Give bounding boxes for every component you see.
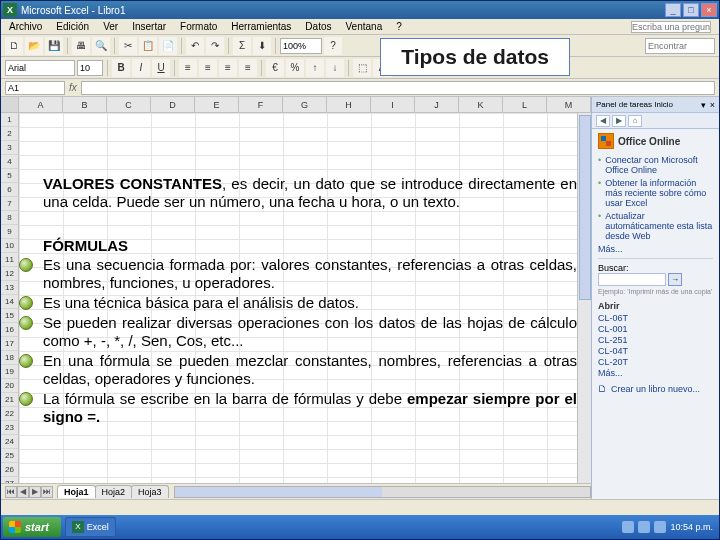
row-header[interactable]: 22	[1, 407, 18, 421]
cut-icon[interactable]: ✂	[119, 37, 137, 55]
sheet-tab-hoja1[interactable]: Hoja1	[57, 485, 96, 498]
row-header[interactable]: 2	[1, 127, 18, 141]
row-header[interactable]: 13	[1, 281, 18, 295]
currency-icon[interactable]: €	[266, 59, 284, 77]
cell-grid[interactable]: VALORES CONSTANTES, es decir, un dato qu…	[19, 113, 591, 483]
row-header[interactable]: 26	[1, 463, 18, 477]
menu-insertar[interactable]: Insertar	[128, 21, 170, 32]
task-pane-dropdown-icon[interactable]: ▾	[701, 100, 706, 110]
bold-button[interactable]: B	[112, 59, 130, 77]
vertical-scrollbar[interactable]	[577, 113, 591, 483]
align-right-icon[interactable]: ≡	[219, 59, 237, 77]
row-header[interactable]: 24	[1, 435, 18, 449]
row-header[interactable]: 20	[1, 379, 18, 393]
select-all-corner[interactable]	[1, 97, 19, 112]
row-header[interactable]: 23	[1, 421, 18, 435]
taskbar-item-excel[interactable]: X Excel	[65, 517, 116, 537]
menu-ver[interactable]: Ver	[99, 21, 122, 32]
align-center-icon[interactable]: ≡	[199, 59, 217, 77]
zoom-select[interactable]	[280, 38, 322, 54]
col-header[interactable]: E	[195, 97, 239, 112]
formula-input[interactable]	[81, 81, 715, 95]
row-header[interactable]: 19	[1, 365, 18, 379]
row-header[interactable]: 9	[1, 225, 18, 239]
recent-file[interactable]: CL-251	[598, 335, 713, 345]
col-header[interactable]: F	[239, 97, 283, 112]
row-header[interactable]: 7	[1, 197, 18, 211]
col-header[interactable]: H	[327, 97, 371, 112]
row-header[interactable]: 16	[1, 323, 18, 337]
col-header[interactable]: C	[107, 97, 151, 112]
row-header[interactable]: 17	[1, 337, 18, 351]
tp-link[interactable]: Más...	[598, 244, 713, 254]
sheet-tab-hoja3[interactable]: Hoja3	[131, 485, 169, 498]
col-header[interactable]: A	[19, 97, 63, 112]
find-input[interactable]	[645, 38, 715, 54]
tray-icon[interactable]	[654, 521, 666, 533]
decrease-decimal-icon[interactable]: ↓	[326, 59, 344, 77]
horizontal-scrollbar[interactable]	[174, 486, 591, 498]
tab-nav-first-icon[interactable]: ⏮	[5, 486, 17, 498]
col-header[interactable]: K	[459, 97, 503, 112]
row-header[interactable]: 4	[1, 155, 18, 169]
menu-help[interactable]: ?	[392, 21, 406, 32]
save-icon[interactable]: 💾	[45, 37, 63, 55]
increase-decimal-icon[interactable]: ↑	[306, 59, 324, 77]
italic-button[interactable]: I	[132, 59, 150, 77]
font-select[interactable]	[5, 60, 75, 76]
tab-nav-prev-icon[interactable]: ◀	[17, 486, 29, 498]
menu-formato[interactable]: Formato	[176, 21, 221, 32]
menu-edicion[interactable]: Edición	[52, 21, 93, 32]
col-header[interactable]: J	[415, 97, 459, 112]
row-header[interactable]: 18	[1, 351, 18, 365]
tp-link[interactable]: •Obtener la información más reciente sob…	[598, 178, 713, 208]
border-icon[interactable]: ⬚	[353, 59, 371, 77]
col-header[interactable]: D	[151, 97, 195, 112]
row-header[interactable]: 25	[1, 449, 18, 463]
task-pane-home-icon[interactable]: ⌂	[628, 115, 642, 127]
minimize-button[interactable]: _	[665, 3, 681, 17]
tp-link[interactable]: •Actualizar automáticamente esta lista d…	[598, 211, 713, 241]
row-header[interactable]: 3	[1, 141, 18, 155]
row-header[interactable]: 5	[1, 169, 18, 183]
sort-icon[interactable]: ⬇	[253, 37, 271, 55]
recent-file[interactable]: CL-20T	[598, 357, 713, 367]
row-header[interactable]: 21	[1, 393, 18, 407]
row-header[interactable]: 8	[1, 211, 18, 225]
task-pane-back-icon[interactable]: ◀	[596, 115, 610, 127]
merge-icon[interactable]: ≡	[239, 59, 257, 77]
row-header[interactable]: 12	[1, 267, 18, 281]
row-header[interactable]: 15	[1, 309, 18, 323]
sheet-tab-hoja2[interactable]: Hoja2	[95, 485, 133, 498]
new-icon[interactable]: 🗋	[5, 37, 23, 55]
col-header[interactable]: M	[547, 97, 591, 112]
task-pane-search-input[interactable]	[598, 273, 666, 286]
col-header[interactable]: B	[63, 97, 107, 112]
font-size-select[interactable]	[77, 60, 103, 76]
task-pane-forward-icon[interactable]: ▶	[612, 115, 626, 127]
autosum-icon[interactable]: Σ	[233, 37, 251, 55]
col-header[interactable]: G	[283, 97, 327, 112]
recent-file[interactable]: CL-001	[598, 324, 713, 334]
help-icon[interactable]: ?	[324, 37, 342, 55]
print-icon[interactable]: 🖶	[72, 37, 90, 55]
menu-herramientas[interactable]: Herramientas	[227, 21, 295, 32]
undo-icon[interactable]: ↶	[186, 37, 204, 55]
row-header[interactable]: 14	[1, 295, 18, 309]
tray-icon[interactable]	[638, 521, 650, 533]
preview-icon[interactable]: 🔍	[92, 37, 110, 55]
recent-file[interactable]: CL-06T	[598, 313, 713, 323]
tray-icon[interactable]	[622, 521, 634, 533]
row-header[interactable]: 10	[1, 239, 18, 253]
start-button[interactable]: start	[3, 517, 61, 537]
recent-file[interactable]: CL-04T	[598, 346, 713, 356]
percent-icon[interactable]: %	[286, 59, 304, 77]
maximize-button[interactable]: □	[683, 3, 699, 17]
paste-icon[interactable]: 📄	[159, 37, 177, 55]
search-go-icon[interactable]: →	[668, 273, 682, 286]
menu-ventana[interactable]: Ventana	[341, 21, 386, 32]
tab-nav-last-icon[interactable]: ⏭	[41, 486, 53, 498]
ask-input[interactable]	[631, 21, 711, 33]
menu-archivo[interactable]: Archivo	[5, 21, 46, 32]
copy-icon[interactable]: 📋	[139, 37, 157, 55]
